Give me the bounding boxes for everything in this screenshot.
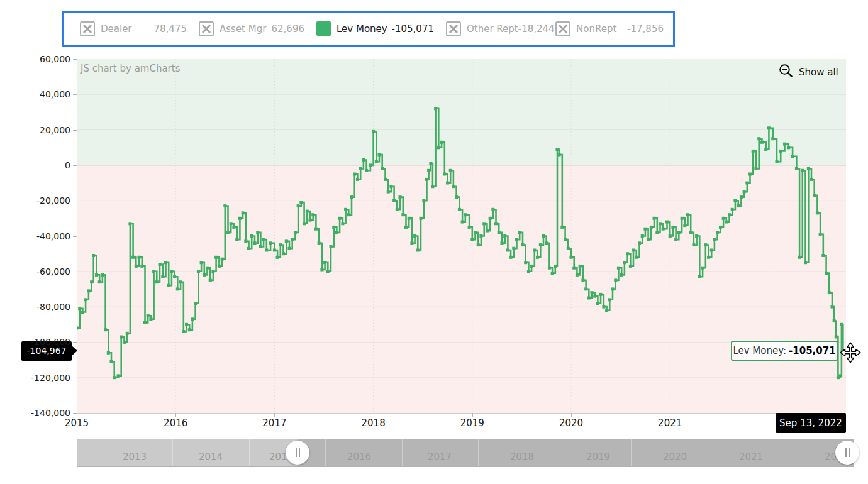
data-point-marker xyxy=(833,319,836,322)
data-point-marker xyxy=(752,150,755,153)
legend-swatch-lev-money[interactable] xyxy=(316,21,331,36)
show-all-button[interactable]: Show all xyxy=(779,63,838,81)
data-point-marker xyxy=(161,275,164,278)
y-axis-tick xyxy=(73,236,77,237)
y-axis-label: -20,000 xyxy=(11,195,70,206)
scrollbar-separator xyxy=(708,439,708,466)
data-point-marker xyxy=(387,190,390,194)
data-point-marker xyxy=(344,208,347,211)
scrollbar-separator xyxy=(555,439,555,466)
data-point-marker xyxy=(539,243,542,246)
data-point-marker xyxy=(489,217,492,220)
data-point-marker xyxy=(596,302,599,305)
data-point-marker xyxy=(611,287,615,290)
data-point-marker xyxy=(518,231,521,234)
data-point-marker xyxy=(482,222,486,225)
x-axis-tick xyxy=(77,413,77,417)
scrollbar-left-handle[interactable] xyxy=(286,441,309,465)
data-point-marker xyxy=(413,234,416,238)
data-point-marker xyxy=(299,201,303,204)
zoom-out-icon xyxy=(779,63,794,81)
data-point-marker xyxy=(748,173,752,176)
data-point-marker xyxy=(113,376,116,379)
data-point-marker xyxy=(461,221,464,224)
scrollbar-separator xyxy=(478,439,479,466)
data-point-marker xyxy=(120,336,123,339)
data-point-marker xyxy=(695,234,698,238)
data-point-marker xyxy=(635,256,638,259)
data-point-marker xyxy=(206,267,209,270)
tooltip-label: Lev Money: xyxy=(733,345,786,356)
data-point-marker xyxy=(643,228,647,231)
data-point-marker xyxy=(416,249,420,252)
grip-icon xyxy=(845,448,847,457)
data-point-marker xyxy=(422,199,425,202)
data-point-marker xyxy=(247,247,250,250)
y-axis-label: -140,000 xyxy=(11,408,70,418)
data-point-marker xyxy=(309,219,312,222)
scrollbar-selected-range[interactable] xyxy=(298,439,854,466)
data-point-marker xyxy=(449,169,452,172)
legend-item-other-rept[interactable]: Other Rept-18,244 xyxy=(446,21,543,36)
data-point-marker xyxy=(638,241,641,245)
data-point-marker xyxy=(427,169,430,172)
data-point-marker xyxy=(431,185,434,188)
data-point-marker xyxy=(536,256,539,259)
legend-item-dealer[interactable]: Dealer78,475 xyxy=(80,21,187,36)
scrollbar-separator xyxy=(631,439,632,466)
data-point-marker xyxy=(159,263,162,266)
legend-item-lev-money[interactable]: Lev Money-105,071 xyxy=(316,21,434,36)
data-point-marker xyxy=(244,239,247,243)
legend-value: -17,856 xyxy=(627,23,664,35)
data-point-marker xyxy=(294,231,297,234)
data-point-marker xyxy=(126,332,129,335)
legend-checkbox-nonrept[interactable] xyxy=(555,21,570,36)
data-point-marker xyxy=(84,298,87,301)
y-axis-label: 0 xyxy=(11,160,70,170)
data-point-marker xyxy=(771,137,774,140)
data-point-marker xyxy=(527,270,530,273)
data-point-marker xyxy=(464,213,467,216)
legend-item-asset-mgr[interactable]: Asset Mgr62,696 xyxy=(199,21,304,36)
data-point-marker xyxy=(743,190,746,194)
data-point-marker xyxy=(838,374,842,377)
legend-item-nonrept[interactable]: NonRept-17,856 xyxy=(555,21,664,36)
data-point-marker xyxy=(194,302,197,305)
data-point-marker xyxy=(458,208,461,211)
data-point-marker xyxy=(226,231,230,234)
scrollbar-separator xyxy=(402,439,403,466)
data-point-marker xyxy=(214,256,218,259)
data-point-marker xyxy=(135,265,138,268)
legend-checkbox-other-rept[interactable] xyxy=(446,21,461,36)
data-point-marker xyxy=(203,273,206,277)
scrollbar-right-handle[interactable] xyxy=(835,441,859,465)
data-point-marker xyxy=(767,126,771,129)
date-scrollbar-track[interactable]: 2013201420152016201720182019202020212022 xyxy=(77,439,854,467)
series-tooltip: Lev Money: -105,071 xyxy=(731,341,838,361)
data-point-marker xyxy=(701,267,704,270)
data-point-marker xyxy=(182,330,185,333)
x-axis-label: 2016 xyxy=(164,417,187,429)
data-point-marker xyxy=(176,287,179,290)
data-point-marker xyxy=(716,231,719,234)
data-point-marker xyxy=(710,249,713,252)
data-point-marker xyxy=(356,178,359,181)
legend-checkbox-dealer[interactable] xyxy=(80,21,95,36)
data-point-marker xyxy=(632,249,635,252)
y-axis-tick xyxy=(73,59,77,60)
legend-label: NonRept xyxy=(576,23,616,35)
legend-checkbox-asset-mgr[interactable] xyxy=(199,21,214,36)
data-point-marker xyxy=(567,247,570,250)
data-point-marker xyxy=(677,231,681,234)
data-point-marker xyxy=(551,272,554,275)
data-point-marker xyxy=(443,173,446,176)
y-axis-tick xyxy=(73,272,77,272)
data-point-marker xyxy=(378,153,381,157)
data-point-marker xyxy=(326,270,330,273)
data-point-marker xyxy=(259,245,262,248)
data-point-marker xyxy=(372,130,375,133)
data-point-marker xyxy=(650,226,653,229)
legend-label: Dealer xyxy=(101,23,132,35)
value-band xyxy=(77,59,846,165)
data-point-marker xyxy=(659,222,662,225)
